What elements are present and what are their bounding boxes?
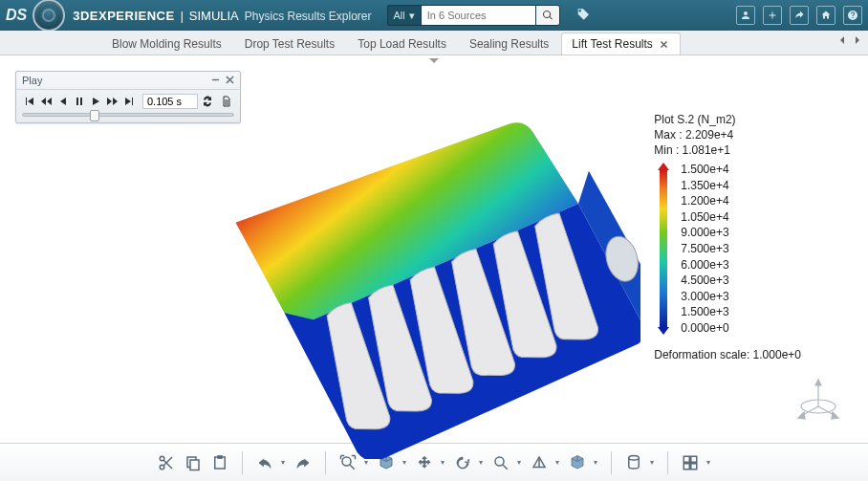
home-icon xyxy=(820,10,832,21)
tab-drop-test[interactable]: Drop Test Results xyxy=(234,33,345,55)
svg-point-12 xyxy=(160,465,164,470)
layout-button[interactable] xyxy=(678,450,703,475)
cylinder-dropdown[interactable]: ▾ xyxy=(648,458,656,467)
tab-blow-molding[interactable]: Blow Molding Results xyxy=(101,33,232,55)
separator: | xyxy=(181,10,184,23)
search-input[interactable] xyxy=(421,5,535,26)
suite-label: SIMULIA xyxy=(189,9,239,23)
close-icon xyxy=(660,40,668,49)
tick: 1.200e+4 xyxy=(681,194,728,208)
layout-dropdown[interactable]: ▾ xyxy=(705,458,712,467)
home-button[interactable] xyxy=(816,6,835,25)
search-scope-dropdown[interactable]: All ▾ xyxy=(387,5,421,26)
normal-view-dropdown[interactable]: ▾ xyxy=(553,458,561,467)
chevron-down-icon xyxy=(428,57,440,65)
close-tab-button[interactable] xyxy=(659,38,670,50)
zoom-area-dropdown[interactable]: ▾ xyxy=(515,458,523,467)
svg-rect-14 xyxy=(190,460,199,470)
color-legend: Plot S.2 (N_m2) Max : 2.209e+4 Min : 1.0… xyxy=(654,113,801,361)
tick: 9.000e+3 xyxy=(681,226,728,239)
color-scale: 1.500e+4 1.350e+4 1.200e+4 1.050e+4 9.00… xyxy=(654,163,801,335)
minimize-button[interactable] xyxy=(211,75,220,86)
search-scope-label: All xyxy=(394,10,405,21)
grid-icon xyxy=(682,454,699,471)
isometric-dropdown[interactable]: ▾ xyxy=(401,458,408,467)
chevron-right-icon xyxy=(853,35,862,45)
tag-icon[interactable] xyxy=(575,8,591,23)
tick: 0.000e+0 xyxy=(681,321,728,335)
help-button[interactable] xyxy=(843,6,862,25)
play-button[interactable] xyxy=(89,94,103,109)
chevron-left-icon xyxy=(837,35,847,45)
tab-label: Blow Molding Results xyxy=(112,37,222,51)
tick: 7.500e+3 xyxy=(681,242,728,255)
min-value: 1.081e+1 xyxy=(683,143,730,157)
plot-title: Plot S.2 (N_m2) xyxy=(654,113,801,126)
plot-max: Max : 2.209e+4 xyxy=(654,128,801,142)
svg-line-20 xyxy=(503,465,508,470)
view-triad[interactable] xyxy=(795,378,841,424)
triad-icon xyxy=(795,378,841,424)
user-icon xyxy=(740,10,751,21)
svg-line-18 xyxy=(350,465,355,470)
svg-rect-24 xyxy=(691,456,697,462)
skip-end-button[interactable] xyxy=(122,94,137,109)
svg-rect-2 xyxy=(660,170,667,327)
play-panel-title-bar[interactable]: Play xyxy=(16,72,240,90)
svg-marker-3 xyxy=(658,327,669,335)
tab-label: Top Load Results xyxy=(358,37,446,51)
fea-model-icon xyxy=(143,105,640,459)
tab-label: Sealing Results xyxy=(469,37,549,51)
compass-icon[interactable] xyxy=(33,0,65,32)
shading-dropdown[interactable]: ▾ xyxy=(592,458,599,467)
app-label: Physics Results Explorer xyxy=(245,10,372,23)
ds-logo-icon: DS xyxy=(6,7,27,24)
plot-min: Min : 1.081e+1 xyxy=(654,143,801,157)
pause-button[interactable] xyxy=(72,94,86,109)
step-back-button[interactable] xyxy=(55,94,70,109)
search-button[interactable] xyxy=(535,5,560,26)
tab-label: Lift Test Results xyxy=(572,37,652,51)
share-button[interactable] xyxy=(790,6,809,25)
tab-nav xyxy=(837,34,862,48)
brand-label: 3DEXPERIENCE xyxy=(73,9,174,23)
search-icon xyxy=(542,10,553,21)
tick: 1.350e+4 xyxy=(681,179,728,192)
tab-sealing[interactable]: Sealing Results xyxy=(459,33,559,55)
colorbar-icon xyxy=(654,163,673,335)
skip-start-icon xyxy=(24,96,35,107)
tab-prev-button[interactable] xyxy=(837,34,847,48)
color-ticks: 1.500e+4 1.350e+4 1.200e+4 1.050e+4 9.00… xyxy=(681,163,728,335)
rotate-dropdown[interactable]: ▾ xyxy=(477,458,485,467)
tab-next-button[interactable] xyxy=(853,34,862,48)
tick: 3.000e+3 xyxy=(681,290,728,303)
close-panel-button[interactable] xyxy=(226,75,234,86)
logo-area: DS xyxy=(6,0,65,32)
search-group: All ▾ xyxy=(387,5,560,26)
undo-dropdown[interactable]: ▾ xyxy=(279,458,287,467)
play-icon xyxy=(90,96,101,107)
max-label: Max : xyxy=(654,128,682,142)
svg-marker-7 xyxy=(798,412,805,419)
forward-button[interactable] xyxy=(105,94,119,109)
tick: 1.050e+4 xyxy=(681,210,728,224)
tab-lift-test[interactable]: Lift Test Results xyxy=(561,33,680,55)
zoom-fit-dropdown[interactable]: ▾ xyxy=(362,458,370,467)
chevron-down-icon: ▾ xyxy=(409,10,415,22)
expander-row[interactable] xyxy=(0,55,868,67)
deformation-value: 1.000e+0 xyxy=(753,348,801,361)
svg-marker-5 xyxy=(815,380,821,385)
svg-marker-1 xyxy=(658,163,669,170)
profile-button[interactable] xyxy=(736,6,755,25)
tab-top-load[interactable]: Top Load Results xyxy=(347,33,457,55)
share-icon xyxy=(793,10,805,21)
svg-rect-25 xyxy=(684,463,689,469)
viewport[interactable]: Play xyxy=(0,67,868,443)
add-button[interactable] xyxy=(763,6,782,25)
app-title: 3DEXPERIENCE | SIMULIA Physics Results E… xyxy=(73,9,371,23)
slider-thumb[interactable] xyxy=(90,110,99,121)
tick: 4.500e+3 xyxy=(681,273,728,287)
skip-start-button[interactable] xyxy=(22,94,36,109)
pan-dropdown[interactable]: ▾ xyxy=(439,458,446,467)
rewind-button[interactable] xyxy=(38,94,53,109)
